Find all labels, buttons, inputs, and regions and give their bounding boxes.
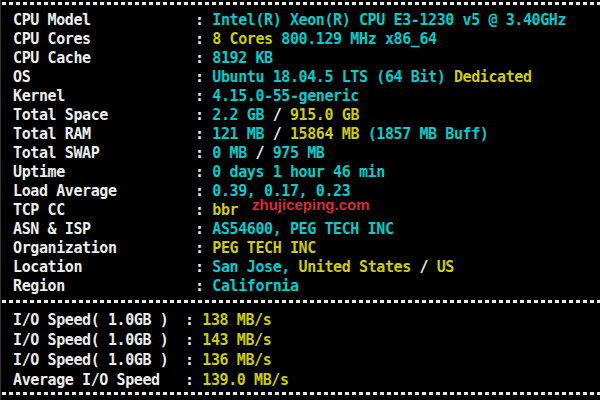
- row-colon: :: [195, 182, 212, 200]
- system-info-row: Uptime: 0 days 1 hour 46 min: [13, 163, 600, 182]
- row-value-part: /: [264, 125, 290, 143]
- system-info-row: CPU Model: Intel(R) Xeon(R) CPU E3-1230 …: [13, 11, 600, 30]
- row-value-part: AS54600, PEG TECH INC: [212, 220, 393, 238]
- row-value-part: 121 MB: [212, 125, 264, 143]
- io-speed-row: I/O Speed( 1.0GB ): 136 MB/s: [13, 350, 600, 370]
- row-value-part: Intel(R) Xeon(R) CPU E3-1230 v5 @ 3.40GH…: [212, 11, 566, 29]
- system-info-row: Location: San Jose, United States / US: [13, 258, 600, 277]
- io-speed-section: I/O Speed( 1.0GB ): 138 MB/sI/O Speed( 1…: [13, 310, 600, 390]
- row-value-part: 138 MB/s: [202, 311, 271, 329]
- row-colon: :: [195, 258, 212, 276]
- row-label: TCP CC: [13, 201, 195, 220]
- system-info-row: CPU Cores: 8 Cores 800.129 MHz x86_64: [13, 30, 600, 49]
- row-colon: :: [195, 239, 212, 257]
- screen-left-edge: [0, 0, 1, 400]
- system-info-row: CPU Cache: 8192 KB: [13, 49, 600, 68]
- row-value-part: (1857 MB Buff): [359, 125, 488, 143]
- row-colon: :: [195, 201, 212, 219]
- row-label: I/O Speed( 1.0GB ): [13, 350, 185, 370]
- row-value-part: PEG TECH INC: [212, 239, 316, 257]
- row-value-part: 15864 MB: [290, 125, 359, 143]
- row-colon: :: [195, 144, 212, 162]
- row-colon: :: [195, 106, 212, 124]
- row-value-part: /: [247, 144, 273, 162]
- row-value-part: 8 Cores: [212, 30, 272, 48]
- system-info-row: Kernel: 4.15.0-55-generic: [13, 87, 600, 106]
- row-label: Organization: [13, 239, 195, 258]
- row-label: OS: [13, 68, 195, 87]
- row-value-part: 975 MB: [273, 144, 325, 162]
- row-colon: :: [185, 371, 202, 389]
- row-label: Total RAM: [13, 125, 195, 144]
- row-label: CPU Cores: [13, 30, 195, 49]
- row-label: ASN & ISP: [13, 220, 195, 239]
- row-value-part: Ubuntu 18.04.5 LTS (64 Bit): [212, 68, 445, 86]
- row-label: Region: [13, 277, 195, 296]
- row-label: I/O Speed( 1.0GB ): [13, 330, 185, 350]
- row-value-part: 800.129 MHz x86_64: [273, 30, 437, 48]
- row-colon: :: [195, 125, 212, 143]
- row-colon: :: [195, 163, 212, 181]
- row-colon: :: [195, 30, 212, 48]
- row-value-part: 0 days 1 hour 46 min: [212, 163, 385, 181]
- system-info-row: ASN & ISP: AS54600, PEG TECH INC: [13, 220, 600, 239]
- row-colon: :: [195, 220, 212, 238]
- row-colon: :: [195, 277, 212, 295]
- row-label: Uptime: [13, 163, 195, 182]
- io-speed-row: I/O Speed( 1.0GB ): 143 MB/s: [13, 330, 600, 350]
- row-value-part: US: [437, 258, 454, 276]
- row-value-part: Dedicated: [445, 68, 531, 86]
- row-value-part: 136 MB/s: [202, 351, 271, 369]
- row-label: CPU Model: [13, 11, 195, 30]
- system-info-row: Total RAM: 121 MB / 15864 MB (1857 MB Bu…: [13, 125, 600, 144]
- system-info-row: Organization: PEG TECH INC: [13, 239, 600, 258]
- row-value-part: 0 MB: [212, 144, 247, 162]
- row-value-part: California: [212, 277, 298, 295]
- row-colon: :: [195, 87, 212, 105]
- row-colon: :: [195, 68, 212, 86]
- row-label: CPU Cache: [13, 49, 195, 68]
- system-info-row: Total Space: 2.2 GB / 915.0 GB: [13, 106, 600, 125]
- separator-top: [2, 2, 600, 5]
- row-value-part: San Jose,: [212, 258, 290, 276]
- row-value-part: /: [411, 258, 437, 276]
- row-value-part: 4.15.0-55-generic: [212, 87, 359, 105]
- row-label: Kernel: [13, 87, 195, 106]
- row-colon: :: [185, 351, 202, 369]
- row-value-part: 915.0 GB: [290, 106, 359, 124]
- row-colon: :: [185, 311, 202, 329]
- row-colon: :: [195, 49, 212, 67]
- row-value-part: 139.0 MB/s: [202, 371, 288, 389]
- row-value-part: bbr: [212, 201, 238, 219]
- row-label: Load Average: [13, 182, 195, 201]
- row-value-part: 8192 KB: [212, 49, 272, 67]
- row-label: Location: [13, 258, 195, 277]
- row-label: Total SWAP: [13, 144, 195, 163]
- io-speed-row: I/O Speed( 1.0GB ): 138 MB/s: [13, 310, 600, 330]
- row-label: Total Space: [13, 106, 195, 125]
- row-colon: :: [185, 331, 202, 349]
- row-colon: :: [195, 11, 212, 29]
- row-value-part: 2.2 GB: [212, 106, 264, 124]
- row-value-part: /: [264, 106, 290, 124]
- separator-middle: [2, 300, 600, 303]
- io-speed-row: Average I/O Speed: 139.0 MB/s: [13, 370, 600, 390]
- separator-bottom: [2, 392, 600, 395]
- system-info-section: CPU Model: Intel(R) Xeon(R) CPU E3-1230 …: [13, 11, 600, 296]
- row-label: Average I/O Speed: [13, 370, 185, 390]
- row-label: I/O Speed( 1.0GB ): [13, 310, 185, 330]
- terminal-window[interactable]: CPU Model: Intel(R) Xeon(R) CPU E3-1230 …: [0, 0, 600, 400]
- row-value-part: United States: [290, 258, 411, 276]
- watermark-text: zhujiceping.com: [252, 196, 370, 214]
- system-info-row: Total SWAP: 0 MB / 975 MB: [13, 144, 600, 163]
- system-info-row: OS: Ubuntu 18.04.5 LTS (64 Bit) Dedicate…: [13, 68, 600, 87]
- system-info-row: Region: California: [13, 277, 600, 296]
- row-value-part: 143 MB/s: [202, 331, 271, 349]
